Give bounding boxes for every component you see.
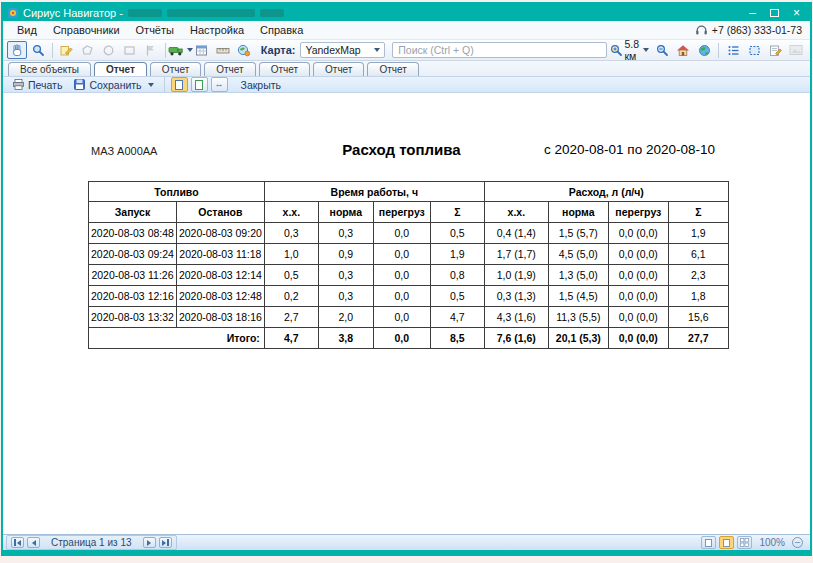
print-button[interactable]: Печать: [8, 77, 66, 92]
world-map-button[interactable]: [694, 41, 714, 59]
zoom-out-icon: [656, 44, 669, 57]
table-cell: 15,6: [668, 307, 728, 328]
table-cell: 0,3: [264, 223, 318, 244]
tab-report-4[interactable]: Отчет: [259, 62, 310, 76]
col-idle-time: х.х.: [264, 202, 318, 223]
view-multi-page-button[interactable]: [737, 536, 752, 549]
continuous-view-button[interactable]: [191, 77, 208, 92]
home-view-button[interactable]: [673, 41, 693, 59]
redacted-company-name: [167, 9, 255, 17]
total-cell: 8,5: [430, 328, 484, 349]
pan-hand-tool-button[interactable]: [7, 41, 27, 59]
zoom-out-button[interactable]: [652, 41, 672, 59]
truck-icon: [168, 44, 184, 57]
maximize-button[interactable]: [770, 9, 779, 17]
view-single-page-button[interactable]: [701, 536, 716, 549]
floppy-icon: [73, 78, 86, 91]
first-page-button[interactable]: [11, 537, 24, 548]
route-button[interactable]: [213, 41, 233, 59]
print-label: Печать: [28, 79, 62, 91]
map-select-label: Карта:: [261, 44, 296, 56]
page-icon: [175, 80, 183, 90]
tab-all-objects[interactable]: Все объекты: [8, 62, 91, 76]
chevron-down-icon: [374, 48, 380, 52]
total-cell: 3,8: [318, 328, 373, 349]
magnifier-icon: [32, 44, 45, 57]
view-fit-page-button[interactable]: [719, 536, 734, 549]
menu-view[interactable]: Вид: [9, 22, 45, 38]
chevron-down-icon: [643, 48, 649, 52]
close-button[interactable]: ×: [793, 7, 800, 19]
table-cell: 4,3 (1,6): [484, 307, 548, 328]
toolbar-separator: [718, 43, 719, 58]
table-row: 2020-08-03 12:162020-08-03 12:480,20,30,…: [89, 286, 729, 307]
tab-report-1[interactable]: Отчет: [94, 62, 147, 76]
title-bar: Сириус Навигатор - – ×: [3, 4, 810, 21]
calendar-icon: [195, 44, 208, 57]
report-period: с 2020-08-01 по 2020-08-10: [544, 142, 715, 157]
menu-settings[interactable]: Настройка: [182, 22, 252, 38]
headset-icon: [695, 24, 708, 36]
col-normal-time: норма: [318, 202, 373, 223]
snapshot-button: [786, 41, 806, 59]
table-cell: 0,0: [373, 265, 430, 286]
zoom-decrease-button[interactable]: –: [792, 537, 803, 548]
notes-button[interactable]: [765, 41, 785, 59]
tab-report-3[interactable]: Отчет: [204, 62, 255, 76]
main-toolbar: Карта: YandexMap Поиск (Ctrl + Q) 5.8 км: [3, 40, 810, 61]
schedule-button[interactable]: [192, 41, 212, 59]
chevron-down-icon: [148, 83, 154, 87]
table-cell: 1,0: [264, 244, 318, 265]
table-row: 2020-08-03 11:262020-08-03 12:140,50,30,…: [89, 265, 729, 286]
menu-help[interactable]: Справка: [252, 22, 311, 38]
map-scale-button[interactable]: 5.8 км: [608, 41, 651, 59]
object-list-button[interactable]: [723, 41, 743, 59]
map-edit-button[interactable]: [57, 41, 77, 59]
tab-report-6[interactable]: Отчет: [367, 62, 418, 76]
tab-report-2[interactable]: Отчет: [150, 62, 201, 76]
report-page: МАЗ A000AA Расход топлива с 2020-08-01 п…: [3, 93, 810, 534]
prev-page-button[interactable]: [27, 537, 40, 548]
minimize-button[interactable]: –: [749, 7, 756, 19]
tab-report-5[interactable]: Отчет: [313, 62, 364, 76]
vehicle-tracking-button[interactable]: [169, 41, 190, 59]
table-cell: 2020-08-03 18:16: [176, 307, 264, 328]
table-cell: 0,0 (0,0): [608, 307, 668, 328]
close-report-button[interactable]: Закрыть: [237, 78, 285, 92]
total-cell: 27,7: [668, 328, 728, 349]
zoom-tool-button[interactable]: [28, 41, 48, 59]
single-page-view-button[interactable]: [171, 77, 188, 92]
table-cell: 0,0: [373, 307, 430, 328]
save-button[interactable]: Сохранить: [69, 77, 157, 92]
table-totals-row: Итого: 4,7 3,8 0,0 8,5 7,6 (1,6) 20,1 (5…: [89, 328, 729, 349]
map-provider-select[interactable]: YandexMap: [300, 42, 385, 58]
table-cell: 4,5 (5,0): [548, 244, 608, 265]
area-select-button[interactable]: [744, 41, 764, 59]
col-sum-time: Σ: [430, 202, 484, 223]
redacted-company-name: [260, 9, 284, 17]
table-cell: 0,3: [318, 223, 373, 244]
next-page-button[interactable]: [143, 537, 156, 548]
table-cell: 0,0 (0,0): [608, 265, 668, 286]
col-normal-fuel: норма: [548, 202, 608, 223]
printer-icon: [12, 78, 25, 91]
table-cell: 0,5: [430, 223, 484, 244]
search-input[interactable]: Поиск (Ctrl + Q): [392, 42, 607, 58]
support-phone-number: +7 (863) 333-01-73: [712, 24, 802, 36]
geozones-button[interactable]: [234, 41, 254, 59]
menu-reports[interactable]: Отчёты: [128, 22, 182, 38]
table-cell: 1,0 (1,9): [484, 265, 548, 286]
fit-width-button[interactable]: ↔: [211, 77, 228, 92]
page-icon: [723, 539, 730, 547]
app-icon: [7, 7, 19, 19]
polygon-icon: [81, 44, 94, 57]
table-cell: 0,9: [318, 244, 373, 265]
tab-strip: Все объектыОтчетОтчетОтчетОтчетОтчетОтче…: [3, 61, 810, 76]
table-cell: 2020-08-03 08:48: [89, 223, 177, 244]
menu-bar: Вид Справочники Отчёты Настройка Справка…: [3, 21, 810, 40]
group-header-fuel: Топливо: [89, 182, 265, 202]
table-cell: 1,3 (5,0): [548, 265, 608, 286]
window-title: Сириус Навигатор -: [23, 7, 123, 19]
menu-directories[interactable]: Справочники: [45, 22, 128, 38]
last-page-button[interactable]: [159, 537, 172, 548]
